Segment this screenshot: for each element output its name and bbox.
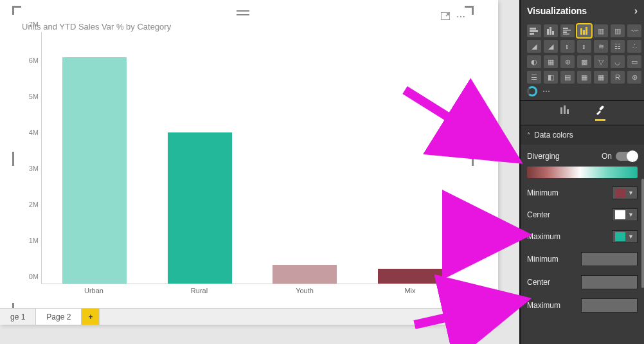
more-options-icon[interactable]: ⋯ bbox=[456, 12, 465, 22]
viz-type-clustered-bar[interactable] bbox=[560, 24, 575, 37]
viz-type-stacked-area[interactable]: ◢ bbox=[544, 40, 558, 53]
svg-rect-5 bbox=[550, 27, 551, 35]
svg-rect-1 bbox=[530, 28, 536, 30]
report-canvas: ⋯ Units and YTD Sales Var % by Category … bbox=[0, 0, 519, 344]
viz-type-import[interactable]: ⋯ bbox=[542, 87, 550, 96]
maximum-value-input[interactable] bbox=[581, 298, 638, 312]
tab-add-page[interactable]: + bbox=[82, 309, 100, 325]
viz-type-r[interactable]: R bbox=[611, 71, 625, 84]
x-tick: Youth bbox=[296, 287, 314, 294]
visual-header: ⋯ bbox=[441, 12, 465, 22]
minimum-color-row: Minimum ▼ bbox=[527, 182, 638, 204]
svg-rect-9 bbox=[563, 32, 567, 33]
scrollbar[interactable] bbox=[641, 179, 644, 288]
minimum-color-swatch bbox=[615, 188, 625, 197]
svg-rect-15 bbox=[564, 105, 566, 114]
viz-type-slicer[interactable]: ▤ bbox=[560, 71, 575, 84]
svg-rect-11 bbox=[580, 28, 582, 35]
viz-type-100-stacked-column[interactable]: ▥ bbox=[611, 24, 625, 37]
resize-handle-left[interactable] bbox=[12, 152, 14, 166]
viz-type-100-stacked-bar[interactable]: ▥ bbox=[594, 24, 608, 37]
visualizations-pane-header[interactable]: Visualizations › bbox=[521, 0, 644, 22]
viz-gallery-more-row: ⋯ bbox=[521, 85, 644, 100]
bar-youth[interactable] bbox=[273, 265, 337, 284]
bar-urban[interactable] bbox=[62, 57, 127, 284]
tab-page-2[interactable]: Page 2 bbox=[36, 309, 82, 325]
diverging-toggle[interactable]: On bbox=[602, 152, 638, 161]
viz-type-waterfall[interactable]: ☷ bbox=[611, 40, 625, 53]
tab-page-1[interactable]: ge 1 bbox=[0, 309, 36, 325]
y-tick: 6M bbox=[19, 57, 39, 64]
report-page[interactable]: ⋯ Units and YTD Sales Var % by Category … bbox=[0, 0, 498, 325]
viz-type-pie[interactable]: ◐ bbox=[527, 55, 541, 68]
x-axis: UrbanRuralYouthMix bbox=[41, 287, 463, 300]
viz-type-multi-row-card[interactable]: ☰ bbox=[527, 71, 541, 84]
resize-handle-right[interactable] bbox=[472, 152, 474, 166]
chevron-right-icon[interactable]: › bbox=[634, 5, 638, 17]
bar-mix[interactable] bbox=[378, 269, 442, 284]
minimum-color-picker[interactable]: ▼ bbox=[612, 186, 638, 199]
center-value-input[interactable] bbox=[581, 275, 638, 289]
maximum-color-row: Maximum ▼ bbox=[527, 226, 638, 248]
svg-rect-10 bbox=[563, 33, 569, 35]
resize-handle-tr[interactable] bbox=[465, 6, 474, 15]
viz-type-area[interactable]: ◢ bbox=[527, 40, 541, 53]
page-tabs: ge 1 Page 2 + bbox=[0, 308, 498, 325]
viz-type-filled-map[interactable]: ▩ bbox=[577, 55, 591, 68]
svg-rect-8 bbox=[563, 30, 571, 31]
viz-type-scatter[interactable]: ∴ bbox=[627, 40, 641, 53]
viz-type-kpi[interactable]: ◧ bbox=[544, 71, 558, 84]
viz-type-card[interactable]: ▭ bbox=[627, 55, 641, 68]
diverging-label: Diverging bbox=[527, 152, 560, 161]
viz-type-gauge[interactable]: ◡ bbox=[611, 55, 625, 68]
center-color-picker[interactable]: ▼ bbox=[612, 208, 638, 221]
viz-type-table[interactable]: ▦ bbox=[577, 71, 591, 84]
center-color-row: Center ▼ bbox=[527, 204, 638, 226]
svg-rect-7 bbox=[563, 28, 568, 29]
viz-type-matrix[interactable]: ▦ bbox=[594, 71, 608, 84]
y-tick: 4M bbox=[19, 129, 39, 136]
svg-rect-3 bbox=[530, 33, 534, 35]
x-tick: Rural bbox=[191, 287, 208, 294]
maximum-color-picker[interactable]: ▼ bbox=[612, 230, 638, 243]
caret-down-icon: ▼ bbox=[628, 212, 634, 218]
svg-rect-13 bbox=[586, 27, 587, 35]
diverging-row: Diverging On bbox=[527, 147, 638, 165]
center-color-label: Center bbox=[527, 210, 550, 219]
x-tick: Mix bbox=[404, 287, 415, 294]
svg-rect-17 bbox=[599, 105, 604, 111]
viz-type-ribbon[interactable]: ≋ bbox=[594, 40, 608, 53]
visualization-type-gallery: ▥ ▥ 〰 ◢ ◢ ⫾ ⫾ ≋ ☷ ∴ ◐ ▦ ⊕ ▩ ▽ ◡ ▭ ☰ ◧ ▤ … bbox=[521, 22, 644, 85]
viz-type-stacked-column[interactable] bbox=[544, 24, 558, 37]
maximum-color-swatch bbox=[615, 232, 625, 241]
viz-type-donut[interactable] bbox=[527, 86, 537, 96]
viz-type-line-stacked-column[interactable]: ⫾ bbox=[560, 40, 575, 53]
data-colors-section-header[interactable]: ˄ Data colors bbox=[521, 125, 644, 145]
viz-type-line-clustered-column[interactable]: ⫾ bbox=[577, 40, 591, 53]
svg-rect-4 bbox=[547, 29, 549, 35]
viz-type-map[interactable]: ⊕ bbox=[560, 55, 575, 68]
resize-handle-tl[interactable] bbox=[12, 6, 21, 15]
format-tab[interactable] bbox=[595, 105, 605, 121]
viz-type-line[interactable]: 〰 bbox=[627, 24, 641, 37]
chart-visual[interactable]: ⋯ Units and YTD Sales Var % by Category … bbox=[14, 8, 472, 310]
bar-rural[interactable] bbox=[168, 132, 232, 284]
viz-type-arcgis[interactable]: ⊛ bbox=[627, 71, 641, 84]
maximum-color-label: Maximum bbox=[527, 232, 560, 241]
viz-type-treemap[interactable]: ▦ bbox=[544, 55, 558, 68]
caret-down-icon: ▼ bbox=[628, 190, 634, 196]
svg-rect-12 bbox=[583, 30, 585, 35]
y-tick: 1M bbox=[19, 237, 39, 244]
minimum-value-input[interactable] bbox=[581, 252, 638, 266]
viz-type-stacked-bar[interactable] bbox=[527, 24, 541, 37]
y-tick: 2M bbox=[19, 201, 39, 208]
visualizations-pane: Visualizations › ▥ ▥ 〰 ◢ ◢ ⫾ ⫾ ≋ ☷ ∴ ◐ ▦… bbox=[519, 0, 644, 344]
data-colors-label: Data colors bbox=[534, 131, 573, 140]
viz-type-clustered-column[interactable] bbox=[577, 24, 591, 37]
chevron-up-icon: ˄ bbox=[527, 132, 530, 139]
center-value-row: Center bbox=[527, 271, 638, 294]
drag-grip-icon[interactable] bbox=[237, 10, 249, 15]
focus-mode-icon[interactable] bbox=[441, 12, 450, 22]
fields-well-tab[interactable] bbox=[559, 105, 569, 121]
viz-type-funnel[interactable]: ▽ bbox=[594, 55, 608, 68]
